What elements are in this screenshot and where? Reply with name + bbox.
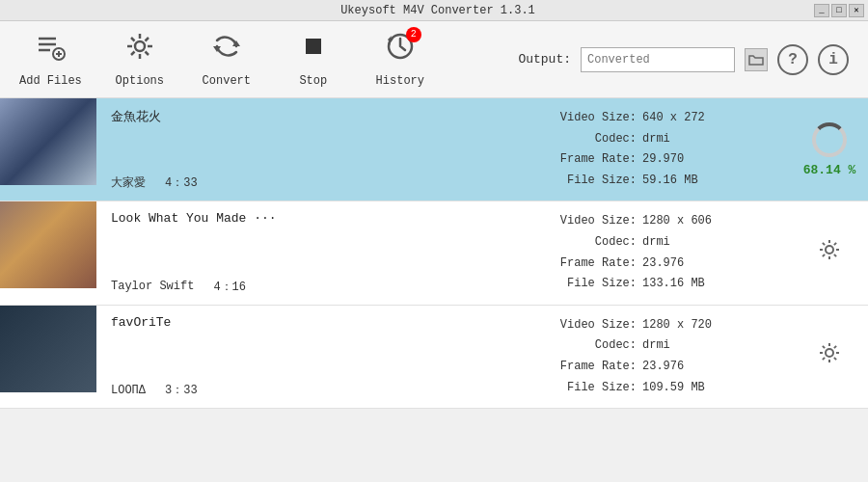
svg-line-27 xyxy=(834,243,836,245)
stop-icon xyxy=(298,31,329,68)
codec-label: Codec: xyxy=(540,232,637,254)
video-size-value: 1280 x 606 xyxy=(642,211,712,232)
file-duration: 4：16 xyxy=(213,279,246,295)
file-size-value: 59.16 MB xyxy=(642,171,698,192)
codec-value: drmi xyxy=(642,335,670,357)
info-button[interactable]: i xyxy=(818,44,849,75)
convert-button[interactable]: Convert xyxy=(198,31,256,88)
file-info: favOriTe LOOΠΔ 3：33 xyxy=(96,306,521,408)
svg-line-25 xyxy=(823,243,825,245)
add-files-label: Add Files xyxy=(19,74,82,88)
file-artist: Taylor Swift xyxy=(111,280,194,293)
file-artist: LOOΠΔ xyxy=(111,384,146,397)
codec-value: drmi xyxy=(642,129,670,150)
options-label: Options xyxy=(116,74,164,88)
file-action xyxy=(791,306,868,408)
svg-rect-17 xyxy=(306,39,321,54)
browse-folder-button[interactable] xyxy=(745,48,768,71)
file-duration: 4：33 xyxy=(165,174,198,191)
file-thumbnail xyxy=(0,306,96,392)
output-label: Output: xyxy=(518,52,571,67)
svg-line-37 xyxy=(823,358,825,360)
file-artist-row: LOOΠΔ 3：33 xyxy=(111,382,506,398)
file-size-label: File Size: xyxy=(540,378,637,399)
svg-line-26 xyxy=(834,254,836,256)
window-title: Ukeysoft M4V Converter 1.3.1 xyxy=(62,4,814,17)
file-action: 68.14 % xyxy=(791,98,868,201)
svg-line-34 xyxy=(823,346,825,348)
file-title: 金魚花火 xyxy=(111,108,506,125)
history-icon: 2 xyxy=(385,31,416,68)
video-size-label: Video Size: xyxy=(540,315,637,336)
toolbar: Add Files Options xyxy=(0,21,868,98)
minimize-button[interactable]: _ xyxy=(814,4,829,17)
settings-icon[interactable] xyxy=(818,238,841,268)
table-row: favOriTe LOOΠΔ 3：33 Video Size:1280 x 72… xyxy=(0,306,868,409)
history-button[interactable]: 2 History xyxy=(371,31,429,88)
file-meta: Video Size:1280 x 606 Codec:drmi Frame R… xyxy=(521,201,791,304)
close-button[interactable]: ✕ xyxy=(849,4,864,17)
file-artist-row: 大家愛 4：33 xyxy=(111,174,506,191)
file-size-label: File Size: xyxy=(540,274,637,295)
svg-line-36 xyxy=(834,346,836,348)
file-size-label: File Size: xyxy=(540,171,637,192)
file-artist: 大家愛 xyxy=(111,174,146,191)
file-meta: Video Size:640 x 272 Codec:drmi Frame Ra… xyxy=(521,98,791,201)
progress-text: 68.14 % xyxy=(803,163,856,177)
frame-rate-label: Frame Rate: xyxy=(540,357,637,378)
svg-point-6 xyxy=(135,41,145,51)
frame-rate-value: 29.970 xyxy=(642,149,684,171)
file-title: Look What You Made ··· xyxy=(111,211,506,226)
video-size-value: 1280 x 720 xyxy=(642,315,712,336)
history-label: History xyxy=(376,74,424,88)
convert-icon xyxy=(211,31,242,68)
options-button[interactable]: Options xyxy=(111,31,169,88)
file-meta: Video Size:1280 x 720 Codec:drmi Frame R… xyxy=(521,306,791,408)
svg-point-20 xyxy=(826,246,833,254)
frame-rate-value: 23.976 xyxy=(642,254,684,275)
svg-line-35 xyxy=(834,358,836,360)
frame-rate-value: 23.976 xyxy=(642,357,684,378)
file-thumbnail xyxy=(0,98,96,185)
file-list: 金魚花火 大家愛 4：33 Video Size:640 x 272 Codec… xyxy=(0,98,868,409)
svg-line-12 xyxy=(145,52,149,56)
file-thumbnail xyxy=(0,201,96,288)
maximize-button[interactable]: □ xyxy=(831,4,847,17)
settings-icon[interactable] xyxy=(818,341,841,371)
video-size-value: 640 x 272 xyxy=(642,108,705,129)
add-files-icon xyxy=(35,31,66,68)
title-bar: Ukeysoft M4V Converter 1.3.1 _ □ ✕ xyxy=(0,0,868,21)
output-input[interactable] xyxy=(581,47,735,72)
file-action xyxy=(791,201,868,304)
frame-rate-label: Frame Rate: xyxy=(540,254,637,275)
video-size-label: Video Size: xyxy=(540,211,637,232)
help-button[interactable]: ? xyxy=(777,44,808,75)
table-row: 金魚花火 大家愛 4：33 Video Size:640 x 272 Codec… xyxy=(0,98,868,201)
options-icon xyxy=(124,31,155,68)
window-controls[interactable]: _ □ ✕ xyxy=(814,4,864,17)
svg-line-13 xyxy=(145,38,149,41)
svg-line-14 xyxy=(131,52,135,56)
svg-line-28 xyxy=(823,254,825,256)
file-artist-row: Taylor Swift 4：16 xyxy=(111,279,506,295)
svg-point-29 xyxy=(826,349,833,357)
codec-label: Codec: xyxy=(540,129,637,150)
stop-button[interactable]: Stop xyxy=(285,31,342,88)
spinner-icon xyxy=(812,122,847,157)
progress-col: 68.14 % xyxy=(803,122,856,177)
stop-label: Stop xyxy=(299,74,327,88)
file-info: Look What You Made ··· Taylor Swift 4：16 xyxy=(96,201,521,304)
file-size-value: 133.16 MB xyxy=(642,274,705,295)
history-badge: 2 xyxy=(406,27,421,42)
file-info: 金魚花火 大家愛 4：33 xyxy=(96,98,521,201)
convert-label: Convert xyxy=(203,74,251,88)
file-title: favOriTe xyxy=(111,315,506,330)
output-section: Output: ? i xyxy=(518,44,849,75)
codec-label: Codec: xyxy=(540,335,637,357)
add-files-button[interactable]: Add Files xyxy=(19,31,82,88)
table-row: Look What You Made ··· Taylor Swift 4：16… xyxy=(0,201,868,305)
video-size-label: Video Size: xyxy=(540,108,637,129)
file-size-value: 109.59 MB xyxy=(642,378,705,399)
svg-line-11 xyxy=(131,38,135,41)
codec-value: drmi xyxy=(642,232,670,254)
